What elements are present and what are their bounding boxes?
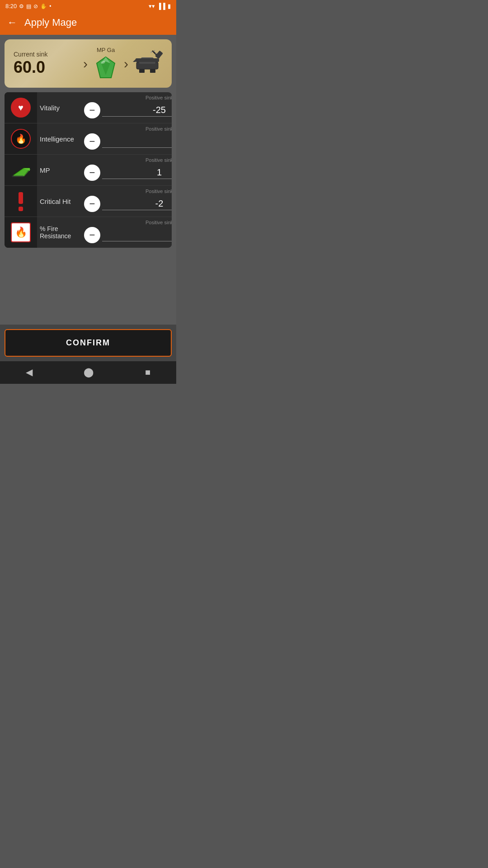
critical-hit-controls: Positive sink − + xyxy=(82,187,172,216)
vitality-sink-label: Positive sink xyxy=(84,93,172,100)
mp-input[interactable] xyxy=(102,166,172,179)
svg-marker-8 xyxy=(133,59,136,62)
battery-icon: ▮ xyxy=(168,3,171,9)
fire-resistance-sink-label: Positive sink xyxy=(84,218,172,225)
table-row: MP Positive sink − + xyxy=(5,155,172,186)
confirm-button[interactable]: CONFIRM xyxy=(5,329,172,357)
status-time: 8:20 xyxy=(5,3,17,9)
stats-table: ♥ Vitality Positive sink − + xyxy=(5,92,172,248)
message-icon: ▤ xyxy=(26,3,31,9)
confirm-section: CONFIRM xyxy=(0,325,176,361)
critical-hit-sink-label: Positive sink xyxy=(84,187,172,194)
anvil-icon xyxy=(132,49,163,78)
exclamation-icon xyxy=(11,191,31,211)
svg-rect-9 xyxy=(139,69,145,73)
parchment-panel: Current sink 60.0 › MP Ga › xyxy=(5,39,172,88)
arrow2-icon: › xyxy=(124,56,128,71)
mp-ga-label: MP Ga xyxy=(97,47,115,53)
critical-hit-input[interactable] xyxy=(102,198,172,210)
nav-back-button[interactable]: ◀ xyxy=(26,367,33,377)
nav-recents-button[interactable]: ■ xyxy=(145,367,150,377)
dnd-icon: ⊘ xyxy=(33,3,38,9)
fire-resistance-label: % FireResistance xyxy=(37,222,82,243)
vitality-label: Vitality xyxy=(37,100,82,115)
current-sink-value: 60.0 xyxy=(14,58,80,77)
nav-bar: ◀ ⬤ ■ xyxy=(0,361,176,384)
table-row: 🔥 % FireResistance Positive sink − + xyxy=(5,217,172,248)
page-title: Apply Mage xyxy=(24,17,77,28)
svg-rect-7 xyxy=(136,58,159,62)
intelligence-input[interactable] xyxy=(102,135,172,148)
fire-resistance-icon-cell: 🔥 xyxy=(5,217,37,248)
intelligence-sink-label: Positive sink xyxy=(84,124,172,132)
fire-resistance-controls: Positive sink − + xyxy=(82,218,172,247)
gem-icon xyxy=(93,55,118,80)
status-bar: 8:20 ⚙ ▤ ⊘ ✋ • ▾▾ ▐▐ ▮ xyxy=(0,0,176,12)
heart-icon: ♥ xyxy=(11,98,31,118)
svg-line-15 xyxy=(155,53,157,54)
critical-hit-label: Critical Hit xyxy=(37,194,82,209)
critical-hit-decrement-button[interactable]: − xyxy=(84,196,100,212)
intelligence-icon-cell: 🔥 xyxy=(5,123,37,154)
svg-rect-21 xyxy=(19,207,23,211)
mp-label: MP xyxy=(37,163,82,178)
vitality-controls: Positive sink − + xyxy=(82,93,172,122)
fire-resistance-input[interactable] xyxy=(102,229,172,241)
mp-decrement-button[interactable]: − xyxy=(84,165,100,181)
svg-line-13 xyxy=(151,51,152,53)
fire-icon: 🔥 xyxy=(11,129,31,149)
svg-rect-20 xyxy=(19,192,23,204)
fire-resistance-icon: 🔥 xyxy=(11,222,31,242)
table-row: ♥ Vitality Positive sink − + xyxy=(5,92,172,123)
svg-rect-12 xyxy=(155,50,163,59)
signal-icon: ▐▐ xyxy=(157,3,165,9)
empty-area xyxy=(0,252,176,325)
fire-resistance-decrement-button[interactable]: − xyxy=(84,227,100,243)
table-row: 🔥 Intelligence Positive sink − + xyxy=(5,123,172,155)
dot-icon: • xyxy=(49,3,51,9)
back-button[interactable]: ← xyxy=(7,17,17,28)
mp-controls: Positive sink − + xyxy=(82,156,172,184)
mp-icon xyxy=(11,160,31,180)
table-row: Critical Hit Positive sink − + xyxy=(5,186,172,217)
intelligence-decrement-button[interactable]: − xyxy=(84,133,100,150)
main-content: Current sink 60.0 › MP Ga › xyxy=(0,35,176,325)
critical-hit-icon-cell xyxy=(5,186,37,217)
svg-rect-10 xyxy=(150,69,155,73)
settings-icon: ⚙ xyxy=(19,3,24,9)
vitality-icon-cell: ♥ xyxy=(5,92,37,123)
intelligence-label: Intelligence xyxy=(37,132,82,146)
current-sink-label: Current sink xyxy=(14,51,80,58)
arrow1-icon: › xyxy=(83,56,88,71)
vitality-input[interactable] xyxy=(102,104,172,117)
top-bar: ← Apply Mage xyxy=(0,12,176,35)
hand-icon: ✋ xyxy=(40,3,47,9)
intelligence-controls: Positive sink − + xyxy=(82,124,172,153)
svg-line-14 xyxy=(154,50,155,52)
vitality-decrement-button[interactable]: − xyxy=(84,102,100,118)
wifi-icon: ▾▾ xyxy=(149,3,155,9)
mp-sink-label: Positive sink xyxy=(84,156,172,163)
mp-icon-cell xyxy=(5,155,37,185)
nav-home-button[interactable]: ⬤ xyxy=(84,367,94,377)
